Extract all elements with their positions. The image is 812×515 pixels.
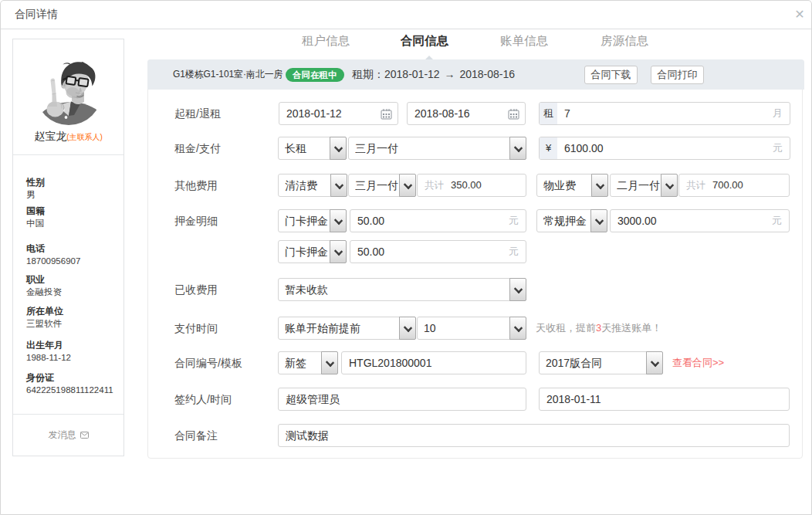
contract-print-button[interactable]: 合同打印 xyxy=(651,66,704,84)
calendar-icon[interactable] xyxy=(508,108,519,123)
chevron-down-icon[interactable] xyxy=(590,209,607,232)
chevron-down-icon[interactable] xyxy=(509,137,526,160)
deposit3-type-value: 门卡押金 xyxy=(285,241,329,263)
send-message-label: 发消息 xyxy=(49,429,76,440)
fee2-cycle-select[interactable]: 二月一付 xyxy=(610,174,678,197)
hint-text: 天推送账单！ xyxy=(601,322,661,334)
start-date-input[interactable]: 2018-01-12 xyxy=(279,102,398,125)
tenant-avatar xyxy=(36,59,102,125)
field-value: 男 xyxy=(26,189,119,201)
avatar-photo-icon xyxy=(36,59,102,125)
pay-time-hint: 天收租，提前3天推送账单！ xyxy=(536,317,661,340)
rent-amount-value: 6100.00 xyxy=(564,137,604,159)
tenant-field-employer: 所在单位 三盟软件 xyxy=(26,306,119,330)
contract-status-badge: 合同在租中 xyxy=(286,68,344,82)
deposit1-type-value: 门卡押金 xyxy=(285,210,329,232)
pay-time-days-select[interactable]: 10 xyxy=(417,317,526,340)
deposit1-type-select[interactable]: 门卡押金 xyxy=(278,209,347,232)
deposit3-amount-input[interactable]: 50.00 元 xyxy=(350,240,526,263)
field-label: 电话 xyxy=(26,243,119,255)
pay-time-mode-value: 账单开始前提前 xyxy=(285,317,398,339)
total-label: 共计 xyxy=(425,174,444,196)
field-label: 所在单位 xyxy=(26,306,119,317)
row-pay-time: 支付时间 账单开始前提前 10 天收租，提前3天推送账单！ xyxy=(148,317,802,340)
tenant-name: 赵宝龙 xyxy=(34,130,66,142)
rent-amount-input[interactable]: ¥ 6100.00 元 xyxy=(539,137,790,160)
field-label: 身份证 xyxy=(26,372,119,384)
end-date-input[interactable]: 2018-08-16 xyxy=(407,102,526,125)
contract-template-select[interactable]: 2017版合同 xyxy=(539,351,663,374)
rent-months-value: 7 xyxy=(564,103,570,124)
row-label: 合同编号/模板 xyxy=(174,351,242,374)
contract-summary-bar: G1楼栋G1-101室·南北一房 合同在租中 租期：2018-01-12 → 2… xyxy=(147,59,804,90)
send-message-button[interactable]: 发消息 xyxy=(13,429,123,442)
pay-time-days-value: 10 xyxy=(424,317,509,339)
row-label: 押金明细 xyxy=(174,209,218,232)
row-contract-number: 合同编号/模板 新签 HTGL201800001 2017版合同 查看合同>> xyxy=(148,351,802,374)
tenant-field-idcard: 身份证 642225198811122411 xyxy=(26,372,119,396)
chevron-down-icon[interactable] xyxy=(509,278,526,301)
fee2-total-input[interactable]: 共计 700.00 xyxy=(678,174,790,197)
chevron-down-icon[interactable] xyxy=(591,174,608,197)
pay-cycle-select[interactable]: 三月一付 xyxy=(348,137,526,160)
deposit2-amount-input[interactable]: 3000.00 元 xyxy=(610,209,790,232)
field-label: 性别 xyxy=(26,177,119,188)
chevron-down-icon[interactable] xyxy=(509,317,526,340)
fee2-type-select[interactable]: 物业费 xyxy=(536,174,608,197)
deposit1-amount-input[interactable]: 50.00 元 xyxy=(350,209,526,232)
rent-months-input[interactable]: 租 7 月 xyxy=(539,102,790,125)
row-label: 其他费用 xyxy=(174,174,218,197)
row-deposits: 押金明细 门卡押金 50.00 元 常规押金 3000.00 元 xyxy=(148,209,802,232)
tab-bill-info[interactable]: 账单信息 xyxy=(499,34,549,49)
chevron-down-icon[interactable] xyxy=(330,174,347,197)
chevron-down-icon[interactable] xyxy=(399,317,416,340)
close-icon[interactable]: ✕ xyxy=(791,6,808,23)
row-signer: 签约人/时间 超级管理员 2018-01-11 xyxy=(148,388,802,411)
panel-divider xyxy=(13,154,123,155)
row-label: 签约人/时间 xyxy=(174,388,232,411)
rent-term-value: 长租 xyxy=(285,137,329,159)
tenant-name-row: 赵宝龙(主联系人) xyxy=(13,129,123,143)
chevron-down-icon[interactable] xyxy=(330,209,347,232)
rent-term-select[interactable]: 长租 xyxy=(278,137,347,160)
signer-name-input[interactable]: 超级管理员 xyxy=(278,388,526,411)
pay-time-mode-select[interactable]: 账单开始前提前 xyxy=(278,317,416,340)
deposit3-type-select[interactable]: 门卡押金 xyxy=(278,240,347,263)
tab-house-info[interactable]: 房源信息 xyxy=(600,34,649,49)
currency-prefix: ¥ xyxy=(540,137,557,159)
fee1-amount-value: 350.00 xyxy=(451,174,482,196)
remark-input[interactable]: 测试数据 xyxy=(278,424,790,447)
lease-period: 租期：2018-01-12 → 2018-08-16 xyxy=(352,59,515,90)
contract-download-button[interactable]: 合同下载 xyxy=(584,66,638,84)
deposit2-type-select[interactable]: 常规押金 xyxy=(536,209,607,232)
chevron-down-icon[interactable] xyxy=(646,351,663,374)
fee1-cycle-select[interactable]: 三月一付 xyxy=(348,174,416,197)
chevron-down-icon[interactable] xyxy=(330,240,347,263)
view-contract-link[interactable]: 查看合同>> xyxy=(672,351,724,374)
field-value: 642225198811122411 xyxy=(26,385,119,396)
fee2-type-value: 物业费 xyxy=(543,174,590,196)
unit-yuan: 元 xyxy=(773,137,783,159)
sign-date-input[interactable]: 2018-01-11 xyxy=(539,388,790,411)
fee1-total-input[interactable]: 共计 350.00 xyxy=(417,174,526,197)
sign-type-value: 新签 xyxy=(285,352,320,374)
tab-tenant-info[interactable]: 租户信息 xyxy=(301,34,350,49)
modal-title: 合同详情 xyxy=(15,1,58,28)
tab-contract-info[interactable]: 合同信息 xyxy=(400,34,449,49)
sign-type-select[interactable]: 新签 xyxy=(278,351,338,374)
unit-yuan: 元 xyxy=(509,241,519,263)
fee1-type-select[interactable]: 清洁费 xyxy=(278,174,347,197)
chevron-down-icon[interactable] xyxy=(399,174,416,197)
contract-number-input[interactable]: HTGL201800001 xyxy=(341,351,526,374)
received-fees-select[interactable]: 暂未收款 xyxy=(278,278,526,301)
hint-text: 天收租，提前 xyxy=(536,322,596,334)
chevron-down-icon[interactable] xyxy=(661,174,678,197)
deposit3-amount-value: 50.00 xyxy=(357,241,384,263)
row-label: 支付时间 xyxy=(174,317,218,340)
chevron-down-icon[interactable] xyxy=(330,137,347,160)
calendar-icon[interactable] xyxy=(381,108,392,123)
field-value: 三盟软件 xyxy=(26,318,119,330)
chevron-down-icon[interactable] xyxy=(321,351,338,374)
remark-value: 测试数据 xyxy=(286,425,329,446)
primary-contact-tag: (主联系人) xyxy=(66,133,103,141)
